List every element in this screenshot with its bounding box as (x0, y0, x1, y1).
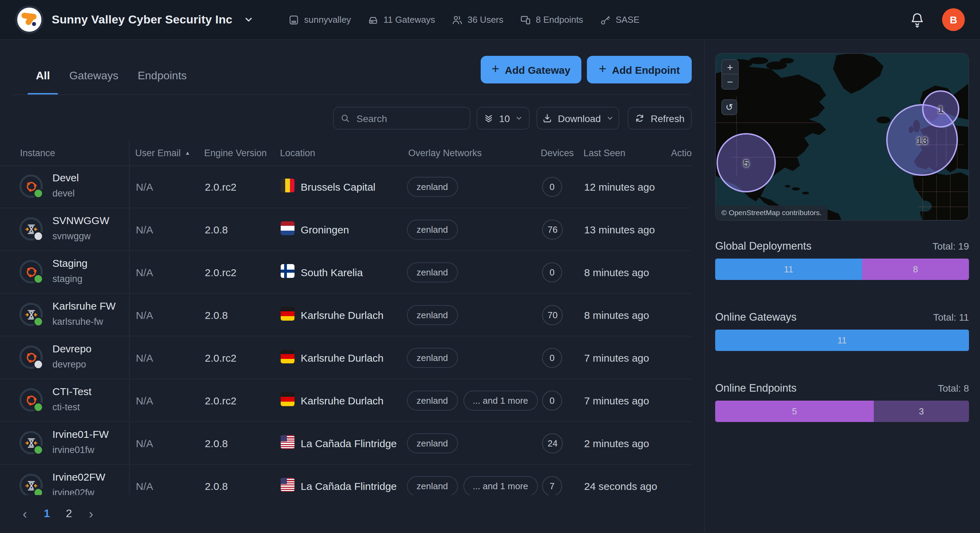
refresh-button[interactable]: Refresh (628, 107, 692, 130)
column-last-seen[interactable]: Last Seen (584, 148, 625, 158)
instance-os-badge (19, 431, 43, 454)
table-row[interactable]: SVNWGGW svnwggw N/A 2.0.8 Groningen zenl… (0, 208, 692, 251)
table-row[interactable]: Irvine02FW irvine02fw N/A 2.0.8 La Cañad… (0, 465, 692, 495)
top-bar: Sunny Valley Cyber Security Inc sunnyval… (0, 0, 980, 40)
user-avatar[interactable]: B (942, 8, 965, 31)
download-button[interactable]: Download (536, 107, 619, 130)
column-location[interactable]: Location (280, 148, 315, 158)
column-engine-version[interactable]: Engine Version (204, 148, 267, 158)
stacked-bar: 53 (715, 401, 969, 422)
country-flag-icon (281, 264, 294, 277)
page-size-select[interactable]: 10 (477, 107, 530, 130)
map-attribution[interactable]: © OpenStreetMap contributors. (716, 205, 828, 220)
company-logo (15, 5, 43, 34)
stat-label: 36 Users (468, 14, 503, 25)
tab-all[interactable]: All (36, 70, 50, 82)
panel-title: Online Gateways (715, 311, 797, 323)
devices-count-badge: 0 (542, 390, 562, 410)
instance-os-badge (19, 260, 43, 283)
previous-page-button[interactable]: ‹ (14, 507, 36, 520)
network-pill: zenland (407, 219, 458, 239)
table-rows: Devel devel N/A 2.0.rc2 Brussels Capital… (0, 165, 692, 495)
tab-endpoints[interactable]: Endpoints (138, 70, 186, 82)
panel-total: Total: 8 (938, 383, 969, 394)
instance-name: Devrepo (52, 343, 91, 355)
engine-version-cell: 2.0.8 (205, 223, 228, 235)
engine-version-cell: 2.0.rc2 (205, 266, 237, 278)
top-bar-right: B (910, 8, 965, 31)
location-cell: Karlsruhe Durlach (301, 352, 383, 363)
location-cell: Brussels Capital (301, 181, 375, 193)
network-pills: zenland... and 1 more (407, 476, 538, 495)
location-cell: Groningen (301, 223, 349, 235)
country-flag-icon (281, 392, 294, 406)
chevron-down-icon (243, 14, 254, 25)
page-1[interactable]: 1 (36, 508, 58, 520)
users-icon (452, 14, 463, 25)
search-icon (341, 113, 350, 123)
stat-label: 8 Endpoints (536, 14, 583, 25)
instance-slug: irvine01fw (52, 445, 94, 455)
more-networks-pill: ... and 1 more (463, 476, 538, 495)
search-input[interactable] (355, 112, 463, 124)
app: Sunny Valley Cyber Security Inc sunnyval… (0, 0, 980, 533)
download-label: Download (558, 113, 601, 124)
deployments-map[interactable]: 5131 + − ↺ © OpenStreetMap contributors. (715, 53, 969, 221)
tab-bar: All Gateways Endpoints (36, 62, 187, 90)
add-endpoint-button[interactable]: + Add Endpoint (587, 56, 692, 83)
engine-version-cell: 2.0.rc2 (205, 395, 237, 406)
table-row[interactable]: Devrepo devrepo N/A 2.0.rc2 Karlsruhe Du… (0, 336, 692, 379)
column-label: User Email (135, 148, 181, 158)
zoom-out-button[interactable]: − (722, 75, 738, 89)
stat-endpoints: 8 Endpoints (520, 14, 583, 25)
devices-count-badge: 76 (542, 219, 563, 239)
user-email-cell: N/A (136, 181, 153, 193)
table-header: Instance User Email▲ Engine Version Loca… (0, 141, 692, 166)
pagination: ‹ 12 › (14, 506, 102, 522)
location-cell: Karlsruhe Durlach (301, 309, 383, 321)
table-row[interactable]: Irvine01-FW irvine01fw N/A 2.0.8 La Caña… (0, 422, 692, 465)
refresh-label: Refresh (651, 113, 684, 124)
chevron-down-icon (515, 115, 523, 122)
panel-total: Total: 11 (933, 312, 969, 323)
network-pill: zenland (407, 476, 458, 495)
map-cluster[interactable]: 5 (717, 133, 776, 193)
sunny-valley-logo-icon (17, 8, 41, 32)
stat-panel: Global DeploymentsTotal: 19118 (715, 240, 969, 280)
column-instance[interactable]: Instance (20, 148, 55, 158)
table-row[interactable]: Devel devel N/A 2.0.rc2 Brussels Capital… (0, 165, 692, 208)
column-overlay-networks[interactable]: Overlay Networks (408, 148, 482, 158)
last-seen-cell: 12 minutes ago (584, 181, 655, 193)
table-row[interactable]: CTI-Test cti-test N/A 2.0.rc2 Karlsruhe … (0, 379, 692, 422)
table-row[interactable]: Staging staging N/A 2.0.rc2 South Kareli… (0, 251, 692, 294)
network-pill: zenland (407, 262, 458, 282)
engine-version-cell: 2.0.8 (205, 309, 228, 321)
organization-selector[interactable]: Sunny Valley Cyber Security Inc (15, 5, 254, 34)
page-2[interactable]: 2 (58, 508, 80, 520)
column-actions[interactable]: Actions (671, 148, 692, 158)
devices-count-badge: 0 (542, 347, 562, 368)
sase-icon (600, 14, 611, 25)
add-gateway-button[interactable]: + Add Gateway (481, 56, 581, 83)
column-user-email[interactable]: User Email▲ (135, 148, 190, 158)
status-dot (33, 402, 43, 412)
country-flag-icon (281, 221, 294, 235)
notification-bell-icon[interactable] (910, 11, 925, 28)
org-stats: sunnyvalley 11 Gateways 36 Users 8 Endpo… (288, 14, 640, 25)
column-devices[interactable]: Devices (541, 148, 574, 158)
table-row[interactable]: Karlsruhe FW karlsruhe-fw N/A 2.0.8 Karl… (0, 294, 692, 336)
zoom-in-button[interactable]: + (722, 60, 738, 75)
stat-label: SASE (616, 14, 639, 25)
map-reset-button[interactable]: ↺ (721, 99, 737, 115)
instance-slug: irvine02fw (52, 487, 94, 495)
next-page-button[interactable]: › (80, 507, 102, 520)
last-seen-cell: 13 minutes ago (584, 223, 655, 235)
tab-gateways[interactable]: Gateways (69, 70, 118, 82)
add-gateway-label: Add Gateway (505, 64, 570, 75)
gateways-icon (368, 14, 379, 25)
sort-asc-icon: ▲ (185, 150, 190, 156)
last-seen-cell: 24 seconds ago (584, 480, 657, 492)
panel-title: Global Deployments (715, 240, 811, 252)
map-cluster[interactable]: 1 (922, 90, 959, 127)
map-clusters: 5131 (716, 54, 968, 220)
